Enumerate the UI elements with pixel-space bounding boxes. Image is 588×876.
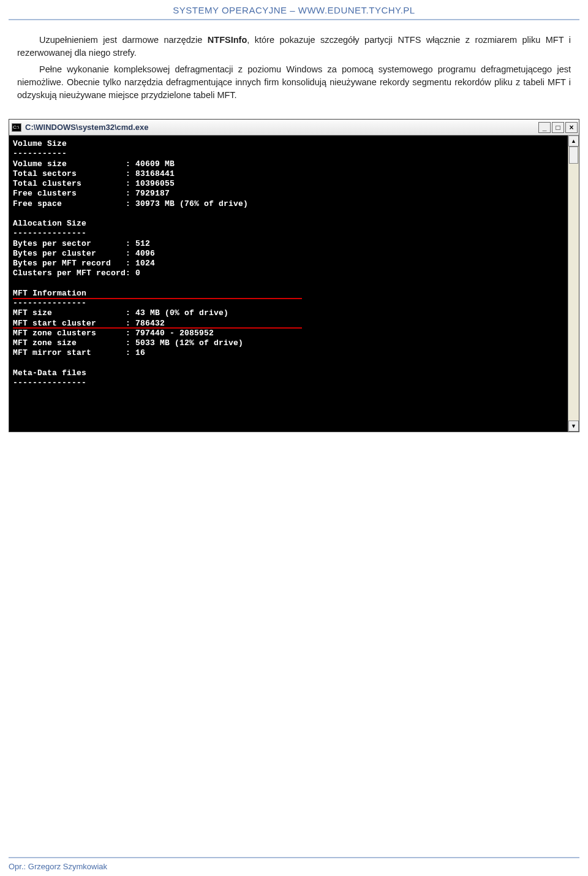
paragraph-1: Uzupełnieniem jest darmowe narzędzie NTF… — [17, 34, 571, 59]
p1-part-a: Uzupełnieniem jest darmowe narzędzie — [39, 35, 208, 45]
cmd-icon: C:\ — [12, 123, 21, 132]
scroll-track[interactable] — [568, 147, 579, 421]
body-text: Uzupełnieniem jest darmowe narzędzie NTF… — [0, 34, 588, 102]
ntfsinfo-term: NTFSInfo — [208, 35, 247, 45]
header-title: SYSTEMY OPERACYJNE – WWW.EDUNET.TYCHY.PL — [173, 5, 415, 15]
cmd-window: C:\ C:\WINDOWS\system32\cmd.exe _ □ × Vo… — [9, 119, 579, 432]
scrollbar[interactable]: ▲ ▼ — [568, 135, 579, 432]
scroll-thumb[interactable] — [569, 147, 578, 164]
highlight-underline-1 — [13, 298, 302, 299]
console-output[interactable]: Volume Size ----------- Volume size : 40… — [9, 135, 568, 432]
paragraph-2: Pełne wykonanie kompleksowej defragmenta… — [17, 63, 571, 102]
page-header: SYSTEMY OPERACYJNE – WWW.EDUNET.TYCHY.PL — [9, 0, 579, 20]
page-footer: Opr.: Grzegorz Szymkowiak — [9, 857, 579, 871]
minimize-button[interactable]: _ — [538, 122, 551, 133]
window-buttons: _ □ × — [538, 122, 578, 133]
window-title: C:\WINDOWS\system32\cmd.exe — [25, 123, 538, 132]
highlight-underline-2 — [13, 327, 302, 329]
maximize-button[interactable]: □ — [552, 122, 564, 133]
scroll-up-button[interactable]: ▲ — [568, 135, 579, 147]
cmd-body-wrap: Volume Size ----------- Volume size : 40… — [9, 135, 579, 432]
scroll-down-button[interactable]: ▼ — [568, 421, 579, 432]
close-button[interactable]: × — [565, 122, 578, 133]
footer-text: Opr.: Grzegorz Szymkowiak — [9, 862, 107, 871]
window-titlebar[interactable]: C:\ C:\WINDOWS\system32\cmd.exe _ □ × — [9, 120, 579, 135]
